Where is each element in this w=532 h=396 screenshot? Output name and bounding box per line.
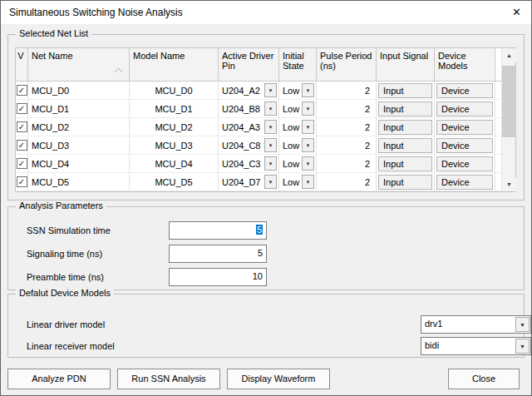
row-check-cell[interactable]: ✓	[16, 173, 28, 191]
net-name-cell[interactable]: MCU_D1	[28, 100, 130, 117]
initial-state-dropdown[interactable]: Low▼	[279, 82, 317, 99]
pulse-period-cell[interactable]: 2	[317, 155, 377, 172]
initial-state-dropdown[interactable]: Low▼	[279, 173, 317, 191]
model-name-cell[interactable]: MCU_D2	[130, 118, 219, 136]
checkbox-checked[interactable]: ✓	[17, 140, 27, 151]
model-name-cell[interactable]: MCU_D4	[130, 155, 219, 172]
scrollbar-thumb[interactable]	[502, 66, 516, 137]
signaling-time-input[interactable]: 5	[169, 245, 267, 263]
device-models-button[interactable]: Device	[436, 156, 493, 171]
model-name-cell[interactable]: MCU_D1	[130, 100, 219, 117]
net-name-cell[interactable]: MCU_D2	[28, 118, 130, 136]
col-header-net-name[interactable]: Net Name	[28, 48, 130, 81]
row-check-cell[interactable]: ✓	[16, 136, 28, 154]
net-name-cell[interactable]: MCU_D4	[28, 155, 130, 172]
titlebar: Simultaneous Switching Noise Analysis ✕	[1, 1, 531, 24]
ssn-simulation-time-label: SSN Simulation time	[27, 225, 111, 235]
chevron-down-icon[interactable]: ▼	[515, 339, 530, 354]
device-models-button[interactable]: Device	[436, 175, 493, 190]
input-value: 10	[253, 271, 263, 281]
table-row: ✓ MCU_D0 MCU_D0 U204_A2▼ Low▼ 2 Input De…	[16, 82, 515, 100]
checkbox-checked[interactable]: ✓	[17, 85, 27, 96]
device-models-button[interactable]: Device	[436, 83, 493, 98]
input-signal-button[interactable]: Input	[378, 101, 432, 116]
net-name-cell[interactable]: MCU_D3	[28, 136, 130, 154]
initial-state-dropdown[interactable]: Low▼	[279, 118, 317, 136]
checkbox-checked[interactable]: ✓	[17, 176, 27, 187]
net-name-cell[interactable]: MCU_D0	[28, 82, 130, 99]
input-signal-cell: Input	[377, 82, 435, 99]
active-driver-pin-dropdown[interactable]: U204_C8▼	[219, 136, 279, 154]
checkbox-checked[interactable]: ✓	[17, 158, 27, 169]
chevron-down-icon[interactable]: ▼	[264, 101, 277, 116]
input-signal-button[interactable]: Input	[378, 175, 432, 190]
device-models-button[interactable]: Device	[436, 101, 493, 116]
initial-state-dropdown[interactable]: Low▼	[279, 155, 317, 172]
active-driver-pin-dropdown[interactable]: U204_A2▼	[219, 82, 279, 99]
run-ssn-analysis-button[interactable]: Run SSN Analysis	[117, 369, 220, 389]
device-models-button[interactable]: Device	[436, 138, 493, 153]
chevron-down-icon[interactable]: ▼	[264, 120, 277, 134]
chevron-down-icon[interactable]: ▼	[302, 83, 314, 97]
row-check-cell[interactable]: ✓	[16, 118, 28, 136]
linear-receiver-model-select[interactable]: bidi ▼	[421, 337, 531, 355]
col-header-initial-state[interactable]: Initial State	[279, 48, 317, 81]
linear-driver-model-select[interactable]: drv1 ▼	[421, 315, 531, 334]
chevron-down-icon[interactable]: ▼	[302, 156, 314, 171]
model-name-cell[interactable]: MCU_D5	[130, 173, 219, 191]
chevron-down-icon[interactable]: ▼	[264, 175, 277, 189]
checkbox-checked[interactable]: ✓	[17, 121, 27, 132]
col-header-v[interactable]: V	[16, 48, 28, 81]
col-header-active-driver-pin[interactable]: Active Driver Pin	[219, 48, 279, 81]
row-check-cell[interactable]: ✓	[16, 155, 28, 172]
col-header-model-name[interactable]: Model Name	[130, 48, 219, 81]
scroll-up-icon[interactable]: ▲	[502, 48, 516, 62]
pulse-period-cell[interactable]: 2	[317, 136, 377, 154]
table-row: ✓ MCU_D2 MCU_D2 U204_A3▼ Low▼ 2 Input De…	[16, 118, 515, 136]
active-driver-pin-dropdown[interactable]: U204_D7▼	[219, 173, 279, 191]
dialog-simultaneous-switching-noise-analysis: Simultaneous Switching Noise Analysis ✕ …	[0, 0, 532, 396]
preamble-time-label: Preamble time (ns)	[27, 272, 104, 282]
pulse-period-cell[interactable]: 2	[317, 82, 377, 99]
col-header-device-models[interactable]: Device Models	[435, 48, 495, 81]
model-name-cell[interactable]: MCU_D0	[130, 82, 219, 99]
analyze-pdn-button[interactable]: Analyze PDN	[7, 369, 111, 389]
active-driver-pin-dropdown[interactable]: U204_C3▼	[219, 155, 279, 172]
device-models-button[interactable]: Device	[436, 120, 493, 135]
close-button[interactable]: Close	[448, 369, 520, 389]
close-icon[interactable]: ✕	[512, 6, 521, 18]
input-signal-button[interactable]: Input	[378, 83, 432, 98]
field-row: Signaling time (ns) 5	[20, 245, 512, 263]
chevron-down-icon[interactable]: ▼	[302, 120, 314, 134]
pulse-period-cell[interactable]: 2	[317, 118, 377, 136]
active-driver-pin-dropdown[interactable]: U204_B8▼	[219, 100, 279, 117]
input-signal-button[interactable]: Input	[378, 120, 432, 135]
checkbox-checked[interactable]: ✓	[17, 103, 27, 114]
vertical-scrollbar[interactable]: ▲ ▼	[501, 48, 515, 191]
ssn-simulation-time-input[interactable]: 5	[169, 221, 267, 240]
input-signal-button[interactable]: Input	[378, 156, 432, 171]
chevron-down-icon[interactable]: ▼	[302, 101, 314, 116]
chevron-down-icon[interactable]: ▼	[264, 83, 277, 97]
row-check-cell[interactable]: ✓	[16, 82, 28, 99]
chevron-down-icon[interactable]: ▼	[302, 175, 314, 189]
initial-state-dropdown[interactable]: Low▼	[279, 136, 317, 154]
display-waveform-button[interactable]: Display Waveform	[227, 369, 330, 389]
chevron-down-icon[interactable]: ▼	[264, 138, 277, 152]
col-header-pulse-period[interactable]: Pulse Period (ns)	[317, 48, 377, 81]
preamble-time-input[interactable]: 10	[169, 268, 267, 286]
chevron-down-icon[interactable]: ▼	[264, 156, 277, 171]
col-header-input-signal[interactable]: Input Signal	[377, 48, 435, 81]
initial-state-dropdown[interactable]: Low▼	[279, 100, 317, 117]
field-row: Preamble time (ns) 10	[20, 268, 512, 286]
active-driver-pin-dropdown[interactable]: U204_A3▼	[219, 118, 279, 136]
chevron-down-icon[interactable]: ▼	[515, 317, 530, 332]
pulse-period-cell[interactable]: 2	[317, 173, 377, 191]
input-signal-button[interactable]: Input	[378, 138, 432, 153]
row-check-cell[interactable]: ✓	[16, 100, 28, 117]
pulse-period-cell[interactable]: 2	[317, 100, 377, 117]
chevron-down-icon[interactable]: ▼	[302, 138, 314, 152]
scroll-down-icon[interactable]: ▼	[502, 177, 516, 191]
net-name-cell[interactable]: MCU_D5	[28, 173, 130, 191]
model-name-cell[interactable]: MCU_D3	[130, 136, 219, 154]
